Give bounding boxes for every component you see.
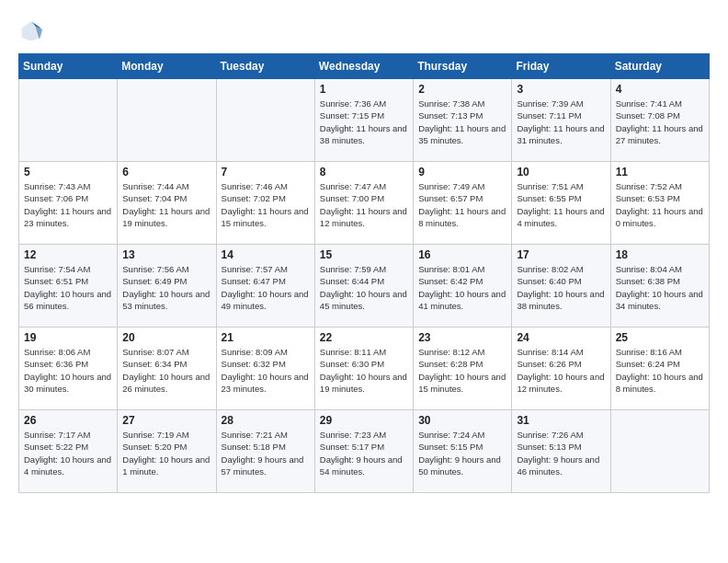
day-number: 14 (222, 248, 310, 261)
day-info: Sunrise: 7:52 AMSunset: 6:53 PMDaylight:… (616, 180, 704, 229)
calendar-cell: 22Sunrise: 8:11 AMSunset: 6:30 PMDayligh… (314, 327, 413, 410)
day-info: Sunrise: 8:01 AMSunset: 6:42 PMDaylight:… (418, 263, 506, 312)
day-info: Sunrise: 7:51 AMSunset: 6:55 PMDaylight:… (517, 180, 605, 229)
calendar-cell: 19Sunrise: 8:06 AMSunset: 6:36 PMDayligh… (19, 327, 118, 410)
week-row-5: 26Sunrise: 7:17 AMSunset: 5:22 PMDayligh… (19, 410, 710, 493)
calendar-cell: 29Sunrise: 7:23 AMSunset: 5:17 PMDayligh… (314, 410, 413, 493)
day-number: 3 (517, 83, 605, 96)
day-number: 21 (222, 331, 310, 344)
day-info: Sunrise: 8:02 AMSunset: 6:40 PMDaylight:… (517, 263, 605, 312)
calendar-cell: 25Sunrise: 8:16 AMSunset: 6:24 PMDayligh… (610, 327, 709, 410)
day-info: Sunrise: 7:49 AMSunset: 6:57 PMDaylight:… (418, 180, 506, 229)
day-info: Sunrise: 8:12 AMSunset: 6:28 PMDaylight:… (418, 346, 506, 395)
day-info: Sunrise: 7:39 AMSunset: 7:11 PMDaylight:… (517, 98, 605, 146)
day-info: Sunrise: 8:14 AMSunset: 6:26 PMDaylight:… (517, 346, 605, 395)
day-number: 17 (517, 248, 605, 261)
day-info: Sunrise: 7:57 AMSunset: 6:47 PMDaylight:… (222, 263, 310, 312)
day-number: 30 (418, 414, 506, 427)
weekday-header-monday: Monday (118, 54, 216, 79)
day-number: 8 (320, 166, 408, 178)
day-info: Sunrise: 7:23 AMSunset: 5:17 PMDaylight:… (320, 429, 408, 477)
calendar-cell: 23Sunrise: 8:12 AMSunset: 6:28 PMDayligh… (414, 327, 512, 410)
calendar-cell: 24Sunrise: 8:14 AMSunset: 6:26 PMDayligh… (512, 327, 610, 410)
day-info: Sunrise: 8:16 AMSunset: 6:24 PMDaylight:… (616, 346, 704, 395)
page-header (18, 18, 710, 44)
calendar-cell: 17Sunrise: 8:02 AMSunset: 6:40 PMDayligh… (512, 245, 610, 327)
week-row-2: 5Sunrise: 7:43 AMSunset: 7:06 PMDaylight… (19, 162, 710, 245)
day-number: 27 (122, 414, 210, 427)
calendar-cell: 2Sunrise: 7:38 AMSunset: 7:13 PMDaylight… (414, 79, 512, 162)
day-info: Sunrise: 7:47 AMSunset: 7:00 PMDaylight:… (320, 180, 408, 229)
day-number: 10 (517, 166, 605, 178)
day-info: Sunrise: 7:54 AMSunset: 6:51 PMDaylight:… (24, 263, 112, 312)
calendar-cell: 7Sunrise: 7:46 AMSunset: 7:02 PMDaylight… (216, 162, 314, 245)
calendar-cell (610, 410, 709, 493)
calendar-cell: 30Sunrise: 7:24 AMSunset: 5:15 PMDayligh… (414, 410, 512, 493)
day-info: Sunrise: 7:56 AMSunset: 6:49 PMDaylight:… (122, 263, 210, 312)
calendar-cell: 27Sunrise: 7:19 AMSunset: 5:20 PMDayligh… (118, 410, 216, 493)
day-info: Sunrise: 8:09 AMSunset: 6:32 PMDaylight:… (222, 346, 310, 395)
weekday-header-row: SundayMondayTuesdayWednesdayThursdayFrid… (19, 54, 710, 79)
calendar-cell: 5Sunrise: 7:43 AMSunset: 7:06 PMDaylight… (19, 162, 118, 245)
day-number: 26 (24, 414, 112, 427)
day-number: 9 (418, 166, 506, 178)
day-number: 25 (616, 331, 704, 344)
logo (18, 18, 48, 44)
calendar-cell (118, 79, 216, 162)
calendar-cell: 26Sunrise: 7:17 AMSunset: 5:22 PMDayligh… (19, 410, 118, 493)
calendar-cell: 20Sunrise: 8:07 AMSunset: 6:34 PMDayligh… (118, 327, 216, 410)
weekday-header-thursday: Thursday (414, 54, 512, 79)
day-info: Sunrise: 7:17 AMSunset: 5:22 PMDaylight:… (24, 429, 112, 477)
weekday-header-wednesday: Wednesday (314, 54, 413, 79)
calendar-cell: 3Sunrise: 7:39 AMSunset: 7:11 PMDaylight… (512, 79, 610, 162)
day-number: 28 (222, 414, 310, 427)
day-info: Sunrise: 7:21 AMSunset: 5:18 PMDaylight:… (222, 429, 310, 477)
calendar-cell: 13Sunrise: 7:56 AMSunset: 6:49 PMDayligh… (118, 245, 216, 327)
day-info: Sunrise: 7:46 AMSunset: 7:02 PMDaylight:… (222, 180, 310, 229)
weekday-header-saturday: Saturday (610, 54, 709, 79)
day-number: 1 (320, 83, 408, 96)
day-info: Sunrise: 7:44 AMSunset: 7:04 PMDaylight:… (122, 180, 210, 229)
calendar-cell: 16Sunrise: 8:01 AMSunset: 6:42 PMDayligh… (414, 245, 512, 327)
day-number: 4 (616, 83, 704, 96)
day-number: 13 (122, 248, 210, 261)
calendar-cell: 31Sunrise: 7:26 AMSunset: 5:13 PMDayligh… (512, 410, 610, 493)
day-info: Sunrise: 7:38 AMSunset: 7:13 PMDaylight:… (418, 98, 506, 146)
day-number: 6 (122, 166, 210, 178)
day-number: 31 (517, 414, 605, 427)
calendar-cell: 28Sunrise: 7:21 AMSunset: 5:18 PMDayligh… (216, 410, 314, 493)
logo-icon (18, 18, 44, 44)
weekday-header-tuesday: Tuesday (216, 54, 314, 79)
day-number: 18 (616, 248, 704, 261)
calendar-cell: 1Sunrise: 7:36 AMSunset: 7:15 PMDaylight… (314, 79, 413, 162)
day-number: 15 (320, 248, 408, 261)
calendar-cell: 10Sunrise: 7:51 AMSunset: 6:55 PMDayligh… (512, 162, 610, 245)
calendar-cell: 15Sunrise: 7:59 AMSunset: 6:44 PMDayligh… (314, 245, 413, 327)
day-info: Sunrise: 7:43 AMSunset: 7:06 PMDaylight:… (24, 180, 112, 229)
week-row-3: 12Sunrise: 7:54 AMSunset: 6:51 PMDayligh… (19, 245, 710, 327)
day-info: Sunrise: 7:36 AMSunset: 7:15 PMDaylight:… (320, 98, 408, 146)
weekday-header-sunday: Sunday (19, 54, 118, 79)
calendar-cell: 11Sunrise: 7:52 AMSunset: 6:53 PMDayligh… (610, 162, 709, 245)
weekday-header-friday: Friday (512, 54, 610, 79)
day-info: Sunrise: 7:26 AMSunset: 5:13 PMDaylight:… (517, 429, 605, 477)
day-number: 2 (418, 83, 506, 96)
week-row-4: 19Sunrise: 8:06 AMSunset: 6:36 PMDayligh… (19, 327, 710, 410)
day-number: 19 (24, 331, 112, 344)
day-number: 23 (418, 331, 506, 344)
week-row-1: 1Sunrise: 7:36 AMSunset: 7:15 PMDaylight… (19, 79, 710, 162)
day-info: Sunrise: 8:11 AMSunset: 6:30 PMDaylight:… (320, 346, 408, 395)
calendar-cell: 21Sunrise: 8:09 AMSunset: 6:32 PMDayligh… (216, 327, 314, 410)
calendar-cell: 4Sunrise: 7:41 AMSunset: 7:08 PMDaylight… (610, 79, 709, 162)
calendar-cell: 9Sunrise: 7:49 AMSunset: 6:57 PMDaylight… (414, 162, 512, 245)
calendar-cell: 8Sunrise: 7:47 AMSunset: 7:00 PMDaylight… (314, 162, 413, 245)
day-number: 7 (222, 166, 310, 178)
day-number: 29 (320, 414, 408, 427)
day-number: 20 (122, 331, 210, 344)
day-info: Sunrise: 7:59 AMSunset: 6:44 PMDaylight:… (320, 263, 408, 312)
day-number: 12 (24, 248, 112, 261)
calendar-cell (216, 79, 314, 162)
day-number: 5 (24, 166, 112, 178)
day-info: Sunrise: 7:19 AMSunset: 5:20 PMDaylight:… (122, 429, 210, 477)
calendar-cell: 12Sunrise: 7:54 AMSunset: 6:51 PMDayligh… (19, 245, 118, 327)
